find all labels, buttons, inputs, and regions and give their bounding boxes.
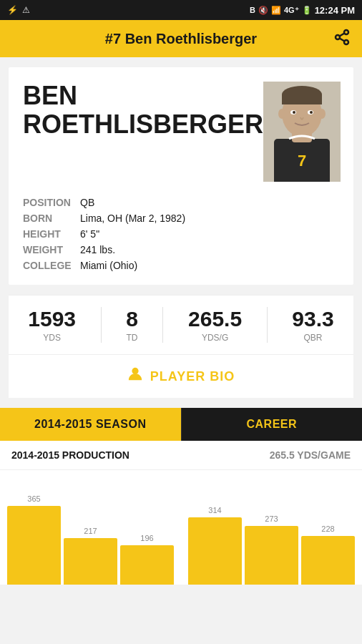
usb-icon: ⚡ <box>7 5 18 15</box>
weight-value: 241 lbs. <box>80 242 339 258</box>
top-nav: #7 Ben Roethlisberger <box>0 20 362 57</box>
college-row: COLLEGE Miami (Ohio) <box>23 258 339 273</box>
bar-3 <box>188 517 242 585</box>
stat-divider-1 <box>101 307 102 343</box>
bar-label-4: 273 <box>265 514 278 523</box>
bar-group-4: 273 <box>245 514 298 585</box>
stat-qbr-value: 93.3 <box>292 307 333 331</box>
tabs-header: 2014-2015 SEASON CAREER <box>0 408 362 441</box>
mute-icon: 🔇 <box>258 6 268 15</box>
bar-4 <box>245 526 298 585</box>
weight-row: WEIGHT 241 lbs. <box>23 242 339 258</box>
svg-point-2 <box>344 40 348 44</box>
production-label: 2014-2015 PRODUCTION <box>11 449 129 461</box>
share-button[interactable] <box>333 29 351 49</box>
player-photo: 7 <box>263 82 341 182</box>
person-icon <box>127 366 143 386</box>
bar-5 <box>301 536 355 585</box>
bar-label-0: 365 <box>27 494 40 503</box>
stat-divider-2 <box>162 307 163 343</box>
bar-0 <box>7 506 61 585</box>
position-row: POSITION QB <box>23 195 339 210</box>
bar-group-5: 228 <box>301 525 355 585</box>
tabs-section: 2014-2015 SEASON CAREER <box>0 408 362 441</box>
bar-group-3: 314 <box>188 506 242 585</box>
height-value: 6' 5" <box>80 226 339 242</box>
bar-label-3: 314 <box>208 506 221 514</box>
player-last-name: ROETHLISBERGER <box>23 110 263 139</box>
production-value: 265.5 YDS/GAME <box>270 449 351 461</box>
bar-chart: 365 217 196 314 273 228 <box>0 470 362 585</box>
stat-td: 8 TD <box>126 307 138 343</box>
clock: 12:24 PM <box>315 5 355 16</box>
stat-ydsg-value: 265.5 <box>188 307 242 331</box>
height-row: HEIGHT 6' 5" <box>23 226 339 242</box>
born-row: BORN Lima, OH (Mar 2, 1982) <box>23 210 339 226</box>
bar-label-2: 196 <box>140 534 153 542</box>
bar-1 <box>64 538 117 585</box>
svg-rect-10 <box>282 94 322 104</box>
player-info-table: POSITION QB BORN Lima, OH (Mar 2, 1982) … <box>23 195 339 273</box>
stats-row: 1593 YDS 8 TD 265.5 YDS/G 93.3 QBR <box>9 295 353 354</box>
bar-group-1: 217 <box>64 527 117 585</box>
bar-label-1: 217 <box>84 527 97 535</box>
stat-qbr-label: QBR <box>303 333 322 343</box>
production-row: 2014-2015 PRODUCTION 265.5 YDS/GAME <box>0 441 362 470</box>
stat-yds: 1593 YDS <box>28 307 76 343</box>
wifi-icon: 📶 <box>271 6 281 15</box>
player-bio-button[interactable]: PLAYER BIO <box>9 354 353 398</box>
page-title: #7 Ben Roethlisberger <box>105 31 257 47</box>
svg-point-14 <box>310 111 313 114</box>
stat-td-label: TD <box>127 333 138 343</box>
status-bar: ⚡ ⚠ B 🔇 📶 4G⁺ 🔋 12:24 PM <box>0 0 362 20</box>
profile-header: BEN ROETHLISBERGER <box>23 82 339 182</box>
svg-line-3 <box>340 38 345 41</box>
college-label: COLLEGE <box>23 258 80 273</box>
bar-label-5: 228 <box>321 525 334 533</box>
battery-icon: 🔋 <box>302 6 312 15</box>
bar-group-0: 365 <box>7 494 61 585</box>
born-label: BORN <box>23 210 80 226</box>
bar-2 <box>120 545 174 585</box>
svg-point-18 <box>132 368 138 374</box>
svg-point-1 <box>336 35 340 39</box>
player-name-block: BEN ROETHLISBERGER <box>23 82 263 138</box>
stat-divider-3 <box>267 307 268 343</box>
player-bio-label: PLAYER BIO <box>150 369 235 384</box>
tab-career[interactable]: CAREER <box>182 408 363 441</box>
profile-card: BEN ROETHLISBERGER <box>9 67 353 285</box>
stat-ydsg-label: YDS/G <box>202 333 228 343</box>
bar-group-2: 196 <box>120 534 174 585</box>
stat-qbr: 93.3 QBR <box>292 307 333 343</box>
stat-td-value: 8 <box>126 307 138 331</box>
status-right: B 🔇 📶 4G⁺ 🔋 12:24 PM <box>250 5 355 16</box>
svg-text:7: 7 <box>298 152 306 170</box>
position-value: QB <box>80 195 339 210</box>
position-label: POSITION <box>23 195 80 210</box>
born-value: Lima, OH (Mar 2, 1982) <box>80 210 339 226</box>
player-first-name: BEN <box>23 82 263 110</box>
warning-icon: ⚠ <box>22 5 30 15</box>
svg-line-4 <box>340 33 345 36</box>
status-left-icons: ⚡ ⚠ <box>7 5 30 15</box>
bluetooth-icon: B <box>250 6 255 14</box>
stat-yds-value: 1593 <box>28 307 76 331</box>
stat-ydsg: 265.5 YDS/G <box>188 307 242 343</box>
signal-icon: 4G⁺ <box>284 6 299 15</box>
svg-point-15 <box>278 109 285 119</box>
svg-point-13 <box>293 111 295 114</box>
stat-yds-label: YDS <box>43 333 61 343</box>
tab-season[interactable]: 2014-2015 SEASON <box>0 408 181 441</box>
height-label: HEIGHT <box>23 226 80 242</box>
svg-point-0 <box>344 30 348 34</box>
svg-point-16 <box>318 109 326 119</box>
college-value: Miami (Ohio) <box>80 258 339 273</box>
weight-label: WEIGHT <box>23 242 80 258</box>
